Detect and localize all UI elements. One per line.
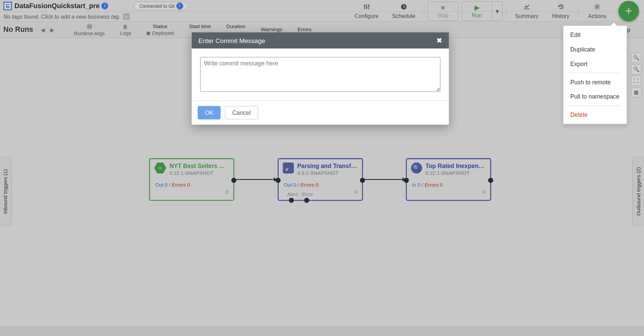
outbound-triggers-tab[interactable]: Outbound triggers (2) bbox=[633, 158, 644, 226]
node-stats: In 0 / Errors 0 bbox=[412, 182, 443, 188]
separator bbox=[506, 4, 506, 18]
next-run-button[interactable]: ▶ bbox=[50, 26, 58, 33]
prev-run-button[interactable]: ◀ bbox=[41, 26, 48, 33]
cancel-button[interactable]: Cancel bbox=[225, 106, 258, 120]
info-icon[interactable]: i bbox=[101, 2, 108, 9]
run-label: Run bbox=[472, 12, 482, 19]
node-version: 0.22.1-SNAPSHOT bbox=[169, 170, 229, 176]
actions-dropdown-menu: Edit Duplicate Export Push to remote Pul… bbox=[563, 25, 627, 124]
start-time-header: Start time bbox=[189, 23, 211, 29]
schedule-label: Schedule bbox=[392, 13, 415, 19]
node-header: 🧹 Parsing and Transfo… 4.9.1-SNAPSHOT bbox=[283, 163, 358, 176]
zoom-controls: 🔍 🔍 ⛶ ▦ bbox=[631, 53, 642, 98]
logs-label: Logs bbox=[120, 30, 131, 36]
add-fab-button[interactable]: + bbox=[619, 1, 639, 21]
node-out-port[interactable] bbox=[231, 178, 236, 183]
node-error-stat: Errors 0 bbox=[425, 182, 443, 188]
zoom-in-icon: 🔍 bbox=[633, 55, 640, 61]
stop-label: Stop bbox=[437, 12, 449, 19]
pipeline-node-transform[interactable]: 🧹 Parsing and Transfo… 4.9.1-SNAPSHOT Ou… bbox=[278, 158, 363, 201]
gear-icon bbox=[594, 3, 601, 12]
logs-button[interactable]: 🗎 Logs bbox=[120, 24, 131, 36]
status-column: Status Deployed bbox=[146, 23, 174, 36]
zoom-out-button[interactable]: 🔍 bbox=[631, 64, 641, 75]
node-version: 0.22.1-SNAPSHOT bbox=[425, 170, 486, 176]
node-menu-button[interactable]: ≡ bbox=[354, 188, 358, 196]
node-out-port[interactable] bbox=[488, 178, 493, 183]
pipeline-node-source[interactable]: = NYT Best Sellers Ra… 0.22.1-SNAPSHOT O… bbox=[149, 158, 234, 201]
schedule-button[interactable]: Schedule bbox=[385, 1, 422, 21]
svg-point-1 bbox=[366, 7, 367, 8]
node-menu-button[interactable]: ≡ bbox=[225, 188, 229, 196]
node-stats: Out 0 / Errors 0 bbox=[284, 182, 319, 188]
runtime-args-label: Runtime Args bbox=[74, 30, 105, 37]
node-header: 🔍 Top Rated Inexpensi… 0.22.1-SNAPSHOT bbox=[411, 163, 486, 176]
run-nav-arrows: ◀ ▶ bbox=[41, 26, 58, 33]
outbound-triggers-label: Outbound triggers (2) bbox=[636, 167, 642, 215]
actions-label: Actions bbox=[588, 13, 606, 19]
chevron-down-icon: ▾ bbox=[496, 7, 499, 15]
status-value: Deployed bbox=[146, 30, 174, 36]
commit-message-textarea[interactable] bbox=[200, 57, 441, 92]
transform-icon: 🧹 bbox=[283, 163, 294, 174]
summary-button[interactable]: Summary bbox=[508, 1, 545, 21]
node-in-port[interactable] bbox=[276, 178, 281, 183]
git-status-label: Connected to Git bbox=[139, 3, 175, 8]
svg-point-2 bbox=[368, 5, 369, 6]
actions-button[interactable]: Actions bbox=[580, 1, 615, 21]
modal-title: Enter Commit Message bbox=[199, 37, 265, 44]
error-port-label: Error bbox=[302, 191, 314, 197]
svg-point-0 bbox=[364, 5, 365, 6]
modal-close-button[interactable]: ✖ bbox=[437, 37, 442, 44]
warnings-header: Warnings bbox=[261, 26, 282, 33]
menu-item-push-remote[interactable]: Push to remote bbox=[564, 75, 627, 89]
node-version: 4.9.1-SNAPSHOT bbox=[297, 170, 358, 176]
menu-item-export[interactable]: Export bbox=[564, 57, 627, 71]
alert-port-label: Alert bbox=[287, 191, 298, 197]
play-icon: ▶ bbox=[475, 3, 480, 12]
node-error-stat: Errors 0 bbox=[300, 182, 319, 188]
tags-placeholder-text[interactable]: No tags found. Click to add a new busine… bbox=[3, 14, 120, 20]
history-icon bbox=[558, 3, 564, 12]
ok-button[interactable]: OK bbox=[198, 106, 221, 120]
menu-item-edit[interactable]: Edit bbox=[564, 28, 627, 42]
zoom-in-button[interactable]: 🔍 bbox=[631, 53, 641, 63]
run-button[interactable]: ▶ Run bbox=[462, 2, 492, 20]
history-label: History bbox=[552, 13, 569, 19]
info-icon[interactable]: i bbox=[176, 2, 183, 9]
node-alert-port[interactable] bbox=[289, 198, 294, 203]
configure-label: Configure bbox=[355, 13, 379, 19]
node-out-port[interactable] bbox=[360, 178, 365, 183]
commit-message-modal: Enter Commit Message ✖ OK Cancel bbox=[192, 32, 449, 124]
node-in-stat: In 0 bbox=[412, 182, 420, 188]
stop-button[interactable]: ■ Stop bbox=[428, 2, 458, 20]
node-title: Parsing and Transfo… bbox=[297, 163, 358, 169]
menu-divider bbox=[569, 73, 622, 73]
modal-body bbox=[192, 48, 449, 100]
configure-button[interactable]: Configure bbox=[348, 1, 385, 21]
inbound-triggers-tab[interactable]: Inbound triggers (1) bbox=[0, 158, 11, 226]
menu-item-pull-namespace[interactable]: Pull to namespace bbox=[564, 89, 627, 104]
node-out-stat: Out 0 bbox=[155, 182, 167, 188]
modal-footer: OK Cancel bbox=[192, 100, 449, 125]
node-menu-button[interactable]: ≡ bbox=[482, 188, 486, 196]
git-status-pill[interactable]: Connected to Git i bbox=[134, 1, 189, 10]
node-error-port[interactable] bbox=[304, 198, 309, 203]
history-button[interactable]: History bbox=[545, 1, 576, 21]
node-in-port[interactable] bbox=[404, 178, 409, 183]
menu-item-duplicate[interactable]: Duplicate bbox=[564, 42, 627, 57]
separator bbox=[424, 4, 424, 18]
menu-item-delete[interactable]: Delete bbox=[564, 108, 627, 122]
separator bbox=[578, 4, 578, 18]
layout-button[interactable]: ▦ bbox=[631, 87, 641, 97]
add-tag-button[interactable]: + bbox=[123, 13, 130, 20]
sliders-icon bbox=[363, 3, 370, 12]
node-error-stat: Errors 0 bbox=[172, 182, 190, 188]
pipeline-node-sink[interactable]: 🔍 Top Rated Inexpensi… 0.22.1-SNAPSHOT I… bbox=[406, 158, 491, 201]
runtime-args-button[interactable]: Ⓜ Runtime Args bbox=[74, 23, 105, 37]
stop-button-box: ■ Stop bbox=[428, 1, 458, 21]
inbound-triggers-label: Inbound triggers (1) bbox=[3, 169, 9, 214]
run-dropdown-toggle[interactable]: ▾ bbox=[492, 2, 502, 20]
fit-button[interactable]: ⛶ bbox=[631, 76, 641, 86]
app-title: DataFusionQuickstart_pre bbox=[15, 2, 100, 10]
